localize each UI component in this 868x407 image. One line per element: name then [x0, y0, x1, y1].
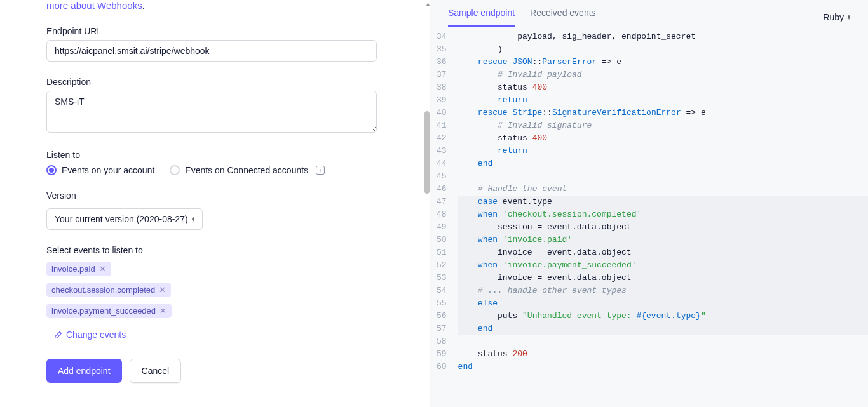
version-label: Version	[46, 190, 377, 201]
close-icon[interactable]: ✕	[99, 264, 106, 274]
webhooks-link[interactable]: more about Webhooks	[46, 0, 142, 11]
listen-to-label: Listen to	[46, 150, 377, 160]
info-icon[interactable]: i	[316, 166, 325, 175]
code-lines[interactable]: payload, sig_header, endpoint_secret ) r…	[453, 27, 868, 407]
endpoint-url-input[interactable]	[46, 40, 377, 62]
radio-label-connected: Events on Connected accounts	[185, 165, 308, 175]
event-tag-label: invoice.payment_succeeded	[51, 306, 156, 316]
change-events-text: Change events	[66, 330, 126, 340]
line-gutter: 3435363738394041424344454647484950515253…	[430, 27, 453, 407]
language-select[interactable]: Ruby ▴▾	[823, 12, 850, 22]
version-value: Your current version (2020-08-27)	[55, 214, 188, 224]
language-value: Ruby	[823, 12, 844, 22]
tab-received-events[interactable]: Received events	[530, 8, 596, 27]
radio-events-account[interactable]: Events on your account	[46, 165, 154, 175]
tab-sample-endpoint[interactable]: Sample endpoint	[448, 8, 515, 27]
add-endpoint-button[interactable]: Add endpoint	[46, 359, 122, 383]
form-panel: ▴ more about Webhooks. Endpoint URL Desc…	[0, 0, 430, 407]
edit-icon	[54, 331, 62, 339]
select-events-label: Select events to listen to	[46, 245, 377, 255]
event-tag[interactable]: invoice.payment_succeeded✕	[46, 304, 172, 318]
close-icon[interactable]: ✕	[159, 306, 166, 316]
close-icon[interactable]: ✕	[159, 285, 166, 295]
code-area: 3435363738394041424344454647484950515253…	[430, 27, 868, 407]
endpoint-url-label: Endpoint URL	[46, 26, 377, 36]
event-tag-label: checkout.session.completed	[51, 285, 155, 295]
code-panel: Sample endpoint Received events Ruby ▴▾ …	[430, 0, 868, 407]
version-select[interactable]: Your current version (2020-08-27) ▴▾	[46, 208, 203, 230]
updown-icon: ▴▾	[848, 15, 850, 20]
left-scrollbar[interactable]	[424, 111, 430, 194]
radio-label-account: Events on your account	[62, 165, 154, 175]
event-tag[interactable]: invoice.paid✕	[46, 262, 111, 276]
period: .	[142, 1, 145, 11]
radio-unselected-icon	[170, 165, 180, 175]
radio-selected-icon	[46, 165, 57, 175]
cancel-button[interactable]: Cancel	[130, 359, 182, 383]
description-label: Description	[46, 77, 377, 87]
event-tag[interactable]: checkout.session.completed✕	[46, 283, 171, 297]
change-events-link[interactable]: Change events	[54, 330, 126, 340]
radio-events-connected[interactable]: Events on Connected accounts i	[170, 165, 325, 175]
description-textarea[interactable]	[46, 91, 377, 133]
event-tag-label: invoice.paid	[51, 264, 95, 274]
updown-icon: ▴▾	[192, 217, 194, 222]
